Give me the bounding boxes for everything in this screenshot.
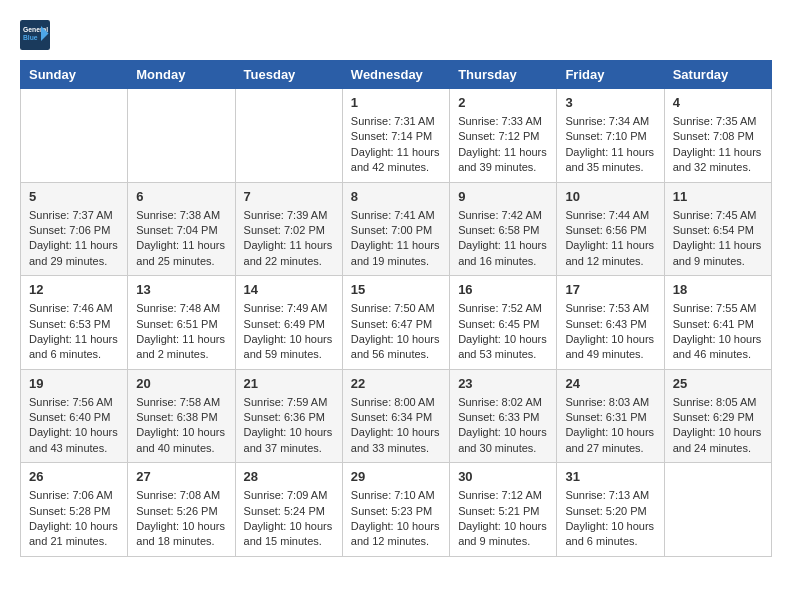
day-number: 7 — [244, 189, 334, 204]
day-info: Sunrise: 8:05 AM Sunset: 6:29 PM Dayligh… — [673, 395, 763, 457]
day-number: 10 — [565, 189, 655, 204]
calendar-cell: 26Sunrise: 7:06 AM Sunset: 5:28 PM Dayli… — [21, 463, 128, 557]
day-number: 9 — [458, 189, 548, 204]
day-info: Sunrise: 7:55 AM Sunset: 6:41 PM Dayligh… — [673, 301, 763, 363]
calendar-cell: 15Sunrise: 7:50 AM Sunset: 6:47 PM Dayli… — [342, 276, 449, 370]
day-info: Sunrise: 7:50 AM Sunset: 6:47 PM Dayligh… — [351, 301, 441, 363]
day-info: Sunrise: 8:02 AM Sunset: 6:33 PM Dayligh… — [458, 395, 548, 457]
day-info: Sunrise: 7:35 AM Sunset: 7:08 PM Dayligh… — [673, 114, 763, 176]
day-info: Sunrise: 7:41 AM Sunset: 7:00 PM Dayligh… — [351, 208, 441, 270]
day-info: Sunrise: 8:03 AM Sunset: 6:31 PM Dayligh… — [565, 395, 655, 457]
calendar-cell — [664, 463, 771, 557]
weekday-header-wednesday: Wednesday — [342, 61, 449, 89]
calendar-cell: 23Sunrise: 8:02 AM Sunset: 6:33 PM Dayli… — [450, 369, 557, 463]
day-number: 25 — [673, 376, 763, 391]
day-info: Sunrise: 7:42 AM Sunset: 6:58 PM Dayligh… — [458, 208, 548, 270]
day-number: 13 — [136, 282, 226, 297]
calendar-cell — [21, 89, 128, 183]
calendar-cell: 6Sunrise: 7:38 AM Sunset: 7:04 PM Daylig… — [128, 182, 235, 276]
calendar-week-3: 12Sunrise: 7:46 AM Sunset: 6:53 PM Dayli… — [21, 276, 772, 370]
weekday-header-monday: Monday — [128, 61, 235, 89]
weekday-header-saturday: Saturday — [664, 61, 771, 89]
day-number: 27 — [136, 469, 226, 484]
day-info: Sunrise: 7:49 AM Sunset: 6:49 PM Dayligh… — [244, 301, 334, 363]
calendar-cell: 4Sunrise: 7:35 AM Sunset: 7:08 PM Daylig… — [664, 89, 771, 183]
calendar-cell: 28Sunrise: 7:09 AM Sunset: 5:24 PM Dayli… — [235, 463, 342, 557]
logo-icon: General Blue — [20, 20, 50, 50]
calendar-cell: 20Sunrise: 7:58 AM Sunset: 6:38 PM Dayli… — [128, 369, 235, 463]
calendar-cell — [235, 89, 342, 183]
calendar-cell: 11Sunrise: 7:45 AM Sunset: 6:54 PM Dayli… — [664, 182, 771, 276]
page-header: General Blue — [20, 20, 772, 50]
day-number: 11 — [673, 189, 763, 204]
calendar-cell — [128, 89, 235, 183]
day-info: Sunrise: 7:12 AM Sunset: 5:21 PM Dayligh… — [458, 488, 548, 550]
svg-text:Blue: Blue — [23, 34, 38, 41]
day-number: 2 — [458, 95, 548, 110]
calendar-cell: 7Sunrise: 7:39 AM Sunset: 7:02 PM Daylig… — [235, 182, 342, 276]
calendar-cell: 30Sunrise: 7:12 AM Sunset: 5:21 PM Dayli… — [450, 463, 557, 557]
day-number: 19 — [29, 376, 119, 391]
calendar-cell: 3Sunrise: 7:34 AM Sunset: 7:10 PM Daylig… — [557, 89, 664, 183]
calendar-cell: 24Sunrise: 8:03 AM Sunset: 6:31 PM Dayli… — [557, 369, 664, 463]
day-info: Sunrise: 8:00 AM Sunset: 6:34 PM Dayligh… — [351, 395, 441, 457]
calendar-table: SundayMondayTuesdayWednesdayThursdayFrid… — [20, 60, 772, 557]
calendar-week-2: 5Sunrise: 7:37 AM Sunset: 7:06 PM Daylig… — [21, 182, 772, 276]
calendar-cell: 5Sunrise: 7:37 AM Sunset: 7:06 PM Daylig… — [21, 182, 128, 276]
day-number: 17 — [565, 282, 655, 297]
calendar-cell: 10Sunrise: 7:44 AM Sunset: 6:56 PM Dayli… — [557, 182, 664, 276]
weekday-header-tuesday: Tuesday — [235, 61, 342, 89]
day-info: Sunrise: 7:09 AM Sunset: 5:24 PM Dayligh… — [244, 488, 334, 550]
day-number: 6 — [136, 189, 226, 204]
calendar-cell: 9Sunrise: 7:42 AM Sunset: 6:58 PM Daylig… — [450, 182, 557, 276]
day-info: Sunrise: 7:08 AM Sunset: 5:26 PM Dayligh… — [136, 488, 226, 550]
day-info: Sunrise: 7:46 AM Sunset: 6:53 PM Dayligh… — [29, 301, 119, 363]
day-info: Sunrise: 7:45 AM Sunset: 6:54 PM Dayligh… — [673, 208, 763, 270]
weekday-header-thursday: Thursday — [450, 61, 557, 89]
calendar-cell: 22Sunrise: 8:00 AM Sunset: 6:34 PM Dayli… — [342, 369, 449, 463]
day-number: 8 — [351, 189, 441, 204]
calendar-cell: 18Sunrise: 7:55 AM Sunset: 6:41 PM Dayli… — [664, 276, 771, 370]
day-info: Sunrise: 7:37 AM Sunset: 7:06 PM Dayligh… — [29, 208, 119, 270]
calendar-cell: 8Sunrise: 7:41 AM Sunset: 7:00 PM Daylig… — [342, 182, 449, 276]
day-number: 30 — [458, 469, 548, 484]
calendar-cell: 25Sunrise: 8:05 AM Sunset: 6:29 PM Dayli… — [664, 369, 771, 463]
day-number: 16 — [458, 282, 548, 297]
calendar-cell: 13Sunrise: 7:48 AM Sunset: 6:51 PM Dayli… — [128, 276, 235, 370]
day-number: 31 — [565, 469, 655, 484]
calendar-cell: 21Sunrise: 7:59 AM Sunset: 6:36 PM Dayli… — [235, 369, 342, 463]
day-info: Sunrise: 7:48 AM Sunset: 6:51 PM Dayligh… — [136, 301, 226, 363]
calendar-cell: 29Sunrise: 7:10 AM Sunset: 5:23 PM Dayli… — [342, 463, 449, 557]
calendar-week-4: 19Sunrise: 7:56 AM Sunset: 6:40 PM Dayli… — [21, 369, 772, 463]
day-number: 21 — [244, 376, 334, 391]
calendar-cell: 31Sunrise: 7:13 AM Sunset: 5:20 PM Dayli… — [557, 463, 664, 557]
day-number: 15 — [351, 282, 441, 297]
day-info: Sunrise: 7:44 AM Sunset: 6:56 PM Dayligh… — [565, 208, 655, 270]
day-number: 4 — [673, 95, 763, 110]
day-number: 28 — [244, 469, 334, 484]
day-number: 23 — [458, 376, 548, 391]
day-info: Sunrise: 7:59 AM Sunset: 6:36 PM Dayligh… — [244, 395, 334, 457]
day-number: 20 — [136, 376, 226, 391]
day-number: 3 — [565, 95, 655, 110]
day-info: Sunrise: 7:13 AM Sunset: 5:20 PM Dayligh… — [565, 488, 655, 550]
day-number: 1 — [351, 95, 441, 110]
calendar-cell: 17Sunrise: 7:53 AM Sunset: 6:43 PM Dayli… — [557, 276, 664, 370]
day-info: Sunrise: 7:33 AM Sunset: 7:12 PM Dayligh… — [458, 114, 548, 176]
calendar-cell: 16Sunrise: 7:52 AM Sunset: 6:45 PM Dayli… — [450, 276, 557, 370]
day-number: 5 — [29, 189, 119, 204]
logo: General Blue — [20, 20, 54, 50]
calendar-cell: 12Sunrise: 7:46 AM Sunset: 6:53 PM Dayli… — [21, 276, 128, 370]
calendar-week-5: 26Sunrise: 7:06 AM Sunset: 5:28 PM Dayli… — [21, 463, 772, 557]
calendar-cell: 19Sunrise: 7:56 AM Sunset: 6:40 PM Dayli… — [21, 369, 128, 463]
day-number: 22 — [351, 376, 441, 391]
day-number: 24 — [565, 376, 655, 391]
day-info: Sunrise: 7:39 AM Sunset: 7:02 PM Dayligh… — [244, 208, 334, 270]
calendar-cell: 1Sunrise: 7:31 AM Sunset: 7:14 PM Daylig… — [342, 89, 449, 183]
weekday-header-sunday: Sunday — [21, 61, 128, 89]
calendar-cell: 14Sunrise: 7:49 AM Sunset: 6:49 PM Dayli… — [235, 276, 342, 370]
day-info: Sunrise: 7:53 AM Sunset: 6:43 PM Dayligh… — [565, 301, 655, 363]
day-number: 18 — [673, 282, 763, 297]
day-info: Sunrise: 7:10 AM Sunset: 5:23 PM Dayligh… — [351, 488, 441, 550]
day-info: Sunrise: 7:52 AM Sunset: 6:45 PM Dayligh… — [458, 301, 548, 363]
